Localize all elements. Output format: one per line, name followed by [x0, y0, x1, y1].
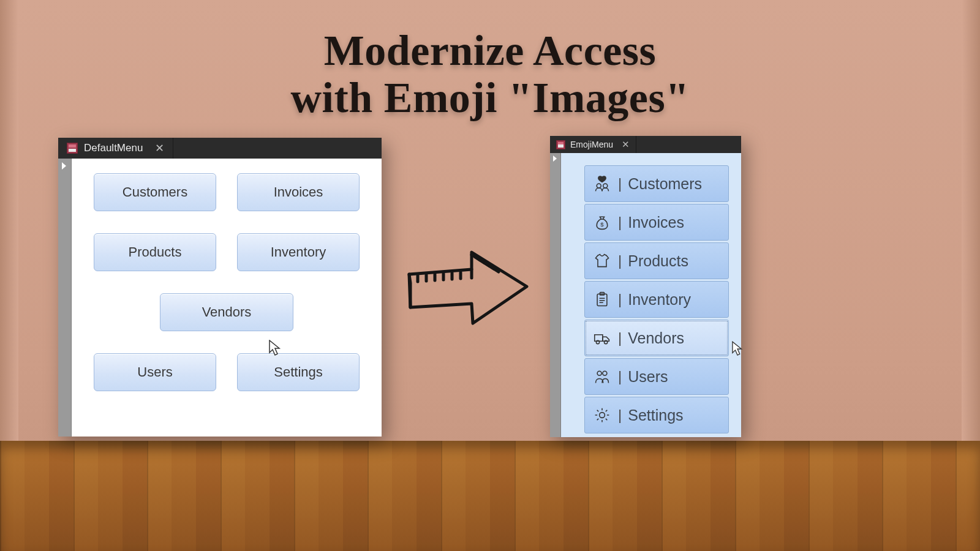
- svg-text:$: $: [600, 221, 604, 228]
- users-button-label: Users: [137, 364, 172, 380]
- transition-arrow-icon: [404, 245, 533, 331]
- inventory-button-label: Inventory: [271, 244, 326, 260]
- separator: |: [618, 175, 622, 192]
- close-icon[interactable]: ✕: [155, 141, 164, 155]
- default-record-selector-bar[interactable]: [58, 159, 72, 437]
- separator: |: [618, 252, 622, 269]
- money-bag-icon: $: [592, 214, 612, 231]
- default-tab-title: DefaultMenu: [84, 142, 143, 154]
- customers-button-label: Customers: [123, 184, 187, 200]
- people-icon: [592, 368, 612, 385]
- svg-point-9: [600, 413, 605, 418]
- window-default-menu: DefaultMenu ✕ Customers Invoices Product…: [58, 138, 382, 437]
- slide-title-line2: with Emoji "Images": [290, 74, 689, 121]
- truck-icon: [592, 329, 612, 347]
- svg-point-7: [597, 371, 601, 375]
- vendors-button[interactable]: Vendors: [160, 293, 293, 331]
- emoji-row-settings[interactable]: | Settings: [584, 397, 729, 433]
- slide-title-line1: Modernize Access: [324, 27, 657, 74]
- separator: |: [618, 368, 622, 385]
- default-tabbar: DefaultMenu ✕: [58, 138, 382, 159]
- access-form-icon: [556, 140, 565, 149]
- emoji-row-label: Vendors: [628, 329, 684, 347]
- emoji-tab-title: EmojiMenu: [570, 140, 613, 149]
- vendors-button-label: Vendors: [202, 304, 252, 320]
- default-form-body: Customers Invoices Products Inventory Ve…: [72, 159, 382, 437]
- emoji-row-inventory[interactable]: | Inventory: [584, 281, 729, 318]
- users-button[interactable]: Users: [94, 353, 216, 391]
- emoji-row-products[interactable]: | Products: [584, 242, 729, 279]
- gear-icon: [592, 407, 612, 424]
- separator: |: [618, 214, 622, 231]
- slide-title: Modernize Access with Emoji "Images": [0, 27, 980, 121]
- settings-button[interactable]: Settings: [237, 353, 360, 391]
- default-tab[interactable]: DefaultMenu ✕: [58, 138, 173, 159]
- emoji-record-selector-bar[interactable]: [550, 153, 561, 437]
- record-selector-caret-icon: [62, 162, 66, 170]
- inventory-button[interactable]: Inventory: [237, 233, 360, 271]
- access-form-icon: [67, 143, 78, 154]
- settings-button-label: Settings: [274, 364, 323, 380]
- slide-stage: Modernize Access with Emoji "Images" Def…: [0, 0, 980, 551]
- emoji-form-body: | Customers $ | Invoices | Products: [561, 153, 741, 437]
- svg-point-6: [605, 340, 608, 343]
- svg-rect-3: [597, 294, 607, 305]
- svg-point-8: [603, 371, 607, 375]
- emoji-row-label: Users: [628, 368, 668, 386]
- products-button[interactable]: Products: [94, 233, 216, 271]
- emoji-menu-list: | Customers $ | Invoices | Products: [584, 165, 729, 435]
- svg-point-0: [597, 184, 601, 188]
- svg-point-1: [603, 184, 608, 188]
- invoices-button[interactable]: Invoices: [237, 173, 360, 211]
- products-button-label: Products: [129, 244, 182, 260]
- emoji-row-label: Products: [628, 252, 688, 270]
- emoji-row-label: Inventory: [628, 291, 691, 309]
- emoji-row-label: Customers: [628, 175, 702, 193]
- couple-heart-icon: [592, 175, 612, 192]
- svg-point-5: [596, 340, 599, 343]
- emoji-tabbar: EmojiMenu ✕: [550, 136, 741, 153]
- emoji-row-label: Invoices: [628, 214, 684, 231]
- clipboard-icon: [592, 291, 612, 308]
- separator: |: [618, 291, 622, 308]
- floor: [0, 441, 980, 551]
- tshirt-icon: [592, 252, 612, 269]
- emoji-row-invoices[interactable]: $ | Invoices: [584, 204, 729, 241]
- emoji-row-customers[interactable]: | Customers: [584, 165, 729, 202]
- emoji-row-vendors[interactable]: | Vendors: [584, 320, 729, 356]
- record-selector-caret-icon: [553, 156, 557, 162]
- emoji-tab[interactable]: EmojiMenu ✕: [550, 136, 636, 153]
- emoji-row-label: Settings: [628, 407, 683, 424]
- separator: |: [618, 329, 622, 347]
- close-icon[interactable]: ✕: [622, 139, 630, 150]
- emoji-row-users[interactable]: | Users: [584, 358, 729, 395]
- separator: |: [618, 407, 622, 424]
- window-emoji-menu: EmojiMenu ✕ | Customers $: [550, 136, 741, 437]
- invoices-button-label: Invoices: [274, 184, 323, 200]
- customers-button[interactable]: Customers: [94, 173, 216, 211]
